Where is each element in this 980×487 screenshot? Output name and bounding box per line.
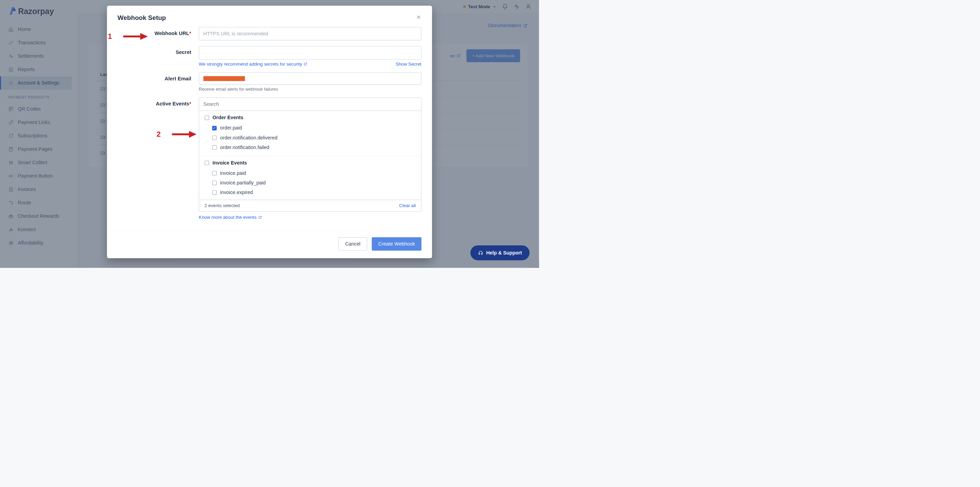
webhook-url-input[interactable] [199, 27, 422, 41]
event-group: Order Events✓order.paidorder.notificatio… [199, 111, 421, 156]
active-events-label: Active Events* [118, 98, 199, 107]
event-group-header[interactable]: Order Events [204, 115, 416, 121]
checkbox-icon[interactable] [204, 160, 209, 165]
redacted-email [204, 76, 245, 81]
close-icon [416, 14, 422, 20]
create-webhook-button[interactable]: Create Webhook [372, 237, 421, 251]
webhook-url-label: Webhook URL* [118, 27, 199, 36]
secret-recommendation-link[interactable]: We strongly recommend adding secrets for… [199, 62, 307, 67]
event-item[interactable]: invoice.paid [204, 168, 416, 178]
event-group-header[interactable]: Invoice Events [204, 160, 416, 165]
checkbox-icon[interactable] [212, 181, 216, 185]
events-selector: Order Events✓order.paidorder.notificatio… [199, 98, 422, 212]
checkbox-icon[interactable] [212, 171, 216, 175]
external-link-icon [258, 216, 262, 219]
checkbox-icon[interactable] [212, 135, 216, 140]
checkbox-icon[interactable] [212, 145, 216, 149]
checkbox-icon[interactable] [204, 116, 209, 120]
alert-email-label: Alert Email [118, 73, 199, 82]
cancel-button[interactable]: Cancel [339, 237, 368, 251]
external-link-icon [304, 62, 307, 66]
alert-email-input[interactable] [199, 73, 422, 85]
know-more-link[interactable]: Know more about the events [199, 215, 262, 220]
event-item[interactable]: order.notification.failed [204, 143, 416, 152]
clear-all-link[interactable]: Clear all [399, 203, 416, 208]
selected-count: 2 events selected [204, 203, 240, 208]
checkbox-icon[interactable] [212, 190, 216, 195]
show-secret-toggle[interactable]: Show Secret [396, 62, 422, 67]
help-support-button[interactable]: Help & Support [471, 245, 530, 260]
webhook-setup-modal: Webhook Setup Webhook URL* Secret We str… [107, 6, 432, 258]
event-item[interactable]: invoice.partially_paid [204, 178, 416, 187]
secret-input[interactable] [199, 46, 422, 59]
event-item[interactable]: invoice.expired [204, 187, 416, 197]
email-hint: Receive email alerts for webhook failure… [199, 87, 422, 92]
headset-icon [478, 250, 483, 255]
secret-label: Secret [118, 46, 199, 55]
event-group: Invoice Eventsinvoice.paidinvoice.partia… [199, 156, 421, 200]
event-item[interactable]: order.notification.delivered [204, 133, 416, 143]
events-search-input[interactable] [199, 98, 421, 111]
modal-overlay: Webhook Setup Webhook URL* Secret We str… [0, 0, 539, 268]
event-item[interactable]: ✓order.paid [204, 123, 416, 133]
modal-title: Webhook Setup [118, 14, 166, 21]
close-modal-button[interactable] [416, 14, 422, 21]
checkbox-icon[interactable]: ✓ [212, 126, 216, 130]
